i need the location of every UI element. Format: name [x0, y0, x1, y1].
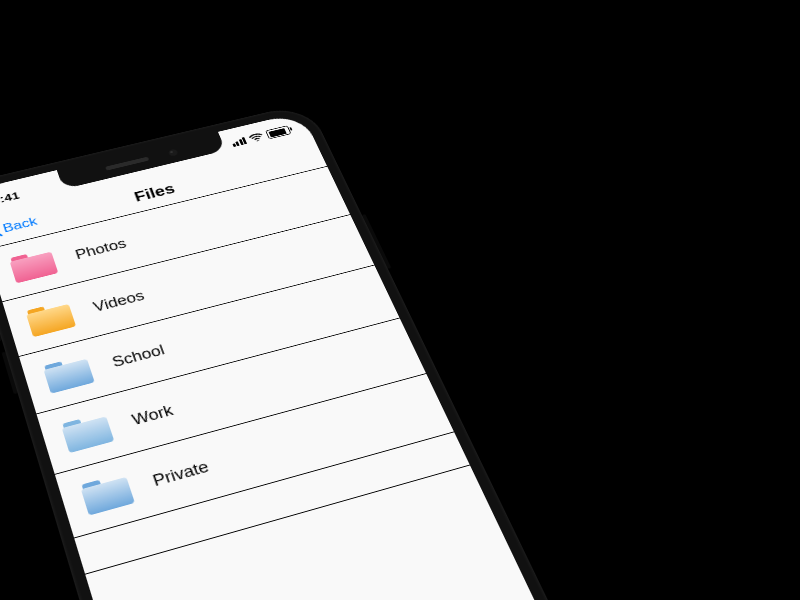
cellular-signal-icon	[230, 137, 247, 147]
back-button[interactable]: Back	[0, 214, 39, 239]
status-indicators	[230, 125, 292, 147]
back-label: Back	[1, 214, 39, 235]
volume-up-button	[0, 301, 2, 342]
folder-label: Videos	[91, 288, 146, 316]
status-time: 9:41	[0, 189, 21, 206]
battery-icon	[265, 125, 291, 139]
folder-icon	[61, 412, 115, 453]
phone-mockup: 9:41 Back	[0, 103, 617, 600]
wifi-icon	[248, 132, 265, 143]
speaker-grille	[105, 157, 149, 171]
stage: 9:41 Back	[0, 0, 800, 600]
folder-icon	[25, 300, 76, 337]
folder-label: Photos	[73, 236, 128, 263]
folder-label: School	[110, 342, 167, 371]
folder-icon	[42, 355, 94, 394]
folder-label: Private	[150, 458, 211, 490]
list-item[interactable]	[74, 432, 470, 574]
folder-icon	[9, 248, 59, 283]
folder-label: Work	[130, 402, 176, 429]
screen: 9:41 Back	[0, 112, 599, 600]
front-camera	[168, 149, 179, 157]
volume-down-button	[1, 352, 17, 395]
phone-body: 9:41 Back	[0, 103, 617, 600]
folder-icon	[80, 473, 135, 516]
